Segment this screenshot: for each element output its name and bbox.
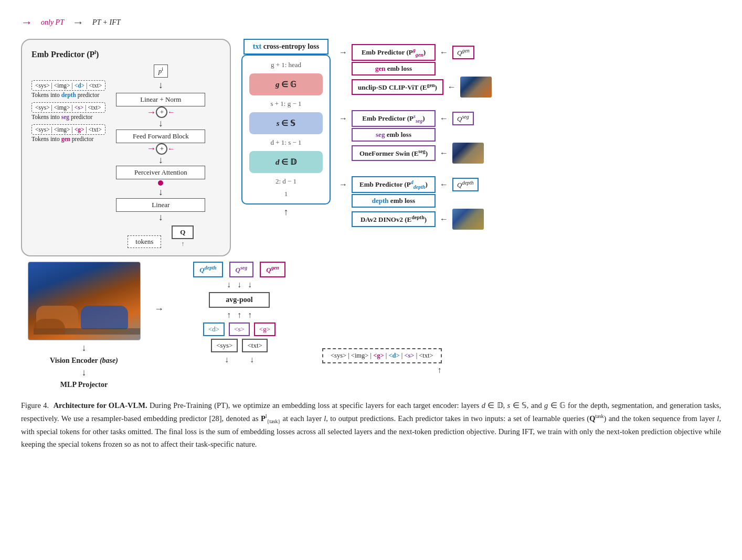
legend-arrow-dark: → [72,16,84,29]
figure-caption: Figure 4. Architecture for OLA-VLM. Duri… [21,400,721,451]
arrow-down-1: ↓ [158,80,163,91]
final-token-seq-section: <sys> | <img> | <g> | <d> | <s> | <txt> … [322,348,442,375]
arrow-left-seg-enc: ← [440,148,448,158]
depth-token-group: <sys> | <img> | <d> | <txt> [31,80,105,91]
seg-q-label: Qseg [452,112,474,125]
arrow-left-depth-enc: ← [440,214,448,224]
mlp-arrow-right: → [154,304,164,315]
seg-token-desc: Tokens into seg predictor [31,114,105,120]
cross-entropy-box: txt cross-entropy loss [243,39,328,55]
layer-outer-box: g + 1: head g ∈ 𝔾 s + 1: g − 1 s ∈ 𝕊 d +… [241,55,331,204]
perceiver-dot [158,180,163,186]
emb-predictor-inner: <sys> | <img> | <d> | <txt> Tokens into … [31,64,220,247]
qdsgt-section: Qdepth Qseg Qgen ↓ ↓ ↓ avg-pool ↑ ↑ ↑ [171,262,308,364]
avg-pool-arrows-up: ↑ ↑ ↑ [227,310,252,320]
final-token-seq-box: <sys> | <img> | <g> | <d> | <s> | <txt> [322,348,442,363]
depth-loss-row: depth emb loss [352,194,492,208]
dsg-token-row: <d> <s> <g> [203,322,275,336]
perceiver-block: Perceiver Attention [116,166,205,179]
d2-label: 2: d − 1 [275,175,296,188]
seg-loss-box: seg emb loss [352,128,436,142]
gen-encoder-box: unclip-SD CLIP-ViT (Egen) [352,79,443,95]
ds-range-label: d + 1: s − 1 [270,136,301,149]
arrow-left-seg-q: ← [440,114,448,123]
arrow-right-depth: → [339,180,347,189]
d-token: <d> [203,322,225,336]
gen-loss-row: gen emb loss [352,62,492,76]
vision-encoder-col: ↓ Vision Encoder (base) ↓ MLP Projector [21,262,147,389]
avg-pool-arrows-down: ↓ ↓ ↓ [227,280,252,289]
g-token: <g> [254,322,275,336]
legend-arrow-pink: → [21,16,33,29]
seg-group: → Emb Predictor (Psseg) ← Qseg seg emb l… [339,110,492,164]
depth-loss-box: depth emb loss [352,194,436,208]
arrow-left-gen-q: ← [440,48,448,57]
seg-encoder-box: OneFormer Swin (Eseg) [352,145,436,161]
car-image [28,262,141,340]
emb-preds-column: → Emb Predictor (Pggen) ← Qgen gen emb l… [339,44,492,235]
layer-and-preds-row: txt cross-entropy loss g + 1: head g ∈ 𝔾… [241,39,492,235]
emb-predictor-title: Emb Predictor (Pl) [31,49,220,59]
sys-txt-row: <sys> <txt> [211,339,268,352]
txt-token: <txt> [242,339,267,352]
arrow-left-depth-q: ← [440,180,448,189]
gen-encoder-row: unclip-SD CLIP-ViT (Egen) ← [352,77,492,98]
gen-group: → Emb Predictor (Pggen) ← Qgen gen emb l… [339,44,492,98]
tokens-input-box: tokens [128,235,161,248]
left-column: Emb Predictor (Pl) <sys> | <img> | <d> |… [21,39,231,256]
d-layer-block: d ∈ 𝔻 [249,151,323,173]
gen-q-label: Qgen [452,46,474,59]
arrow-right-seg: → [339,114,347,123]
add-circle-1: + [156,106,167,118]
network-column: pi ↓ Linear + Norm → + ← ↓ Feed Forward … [116,64,205,247]
fig-num: Figure 4. [21,401,49,410]
seg-emb-pred-row: → Emb Predictor (Psseg) ← Qseg [339,110,492,127]
depth-encoder-box: DAv2 DINOv2 (Edepth) [352,211,436,227]
one-label: 1 [284,188,288,200]
head-label: g + 1: head [271,59,301,71]
caption-title: Architecture for OLA-VLM. [54,401,147,410]
add-circle-2: + [156,143,167,155]
gen-emb-pred-row: → Emb Predictor (Pggen) ← Qgen [339,44,492,61]
gen-emb-pred-box: Emb Predictor (Pggen) [352,44,436,61]
depth-emb-pred-row: → Emb Predictor (Pddepth) ← Qdepth [339,176,492,193]
seg-loss-row: seg emb loss [352,128,492,142]
figure-container: → only PT → PT + IFT Emb Predictor (Pl) … [21,16,721,451]
s-token: <s> [229,322,250,336]
main-diagram: Emb Predictor (Pl) <sys> | <img> | <d> |… [21,39,721,256]
arrow-up-stack: ↑ [284,207,289,218]
sg-range-label: s + 1: g − 1 [270,98,301,110]
g-layer-block: g ∈ 𝔾 [249,73,323,95]
gen-token-desc: Tokens into gen predictor [31,136,105,142]
q-input-box: Q [172,225,194,239]
seg-encoder-row: OneFormer Swin (Eseg) ← [352,143,492,164]
depth-token-desc: Tokens into depth predictor [31,92,105,98]
legend-label-pt: only PT [41,18,64,27]
s-layer-block: s ∈ 𝕊 [249,112,323,134]
gen-thumbnail [460,77,492,98]
q-boxes-row: Qdepth Qseg Qgen [193,262,285,277]
linear-block: Linear [116,198,205,212]
final-arrows-down: ↓ ↓ [225,355,254,364]
feed-forward-block: Feed Forward Block [116,130,205,143]
linear-norm-block: Linear + Norm [116,93,205,106]
gen-loss-box: gen emb loss [352,62,436,76]
arrow-down-4: ↓ [158,187,163,198]
pi-box: pi [154,64,168,77]
q-depth-box: Qdepth [193,262,222,277]
depth-group: → Emb Predictor (Pddepth) ← Qdepth depth… [339,176,492,230]
depth-encoder-row: DAv2 DINOv2 (Edepth) ← [352,209,492,230]
avg-pool-box: avg-pool [209,292,269,308]
arrow-down-2: ↓ [158,118,163,130]
arrow-down-vision: ↓ [82,342,87,354]
sys-token: <sys> [211,339,238,352]
depth-q-label: Qdepth [452,178,479,191]
seg-thumbnail [452,143,484,164]
vision-encoder-label: Vision Encoder (base) [50,357,118,365]
gen-token-group: <sys> | <img> | <g> | <txt> [31,124,105,135]
seg-token-group: <sys> | <img> | <s> | <txt> [31,102,105,113]
depth-emb-pred-box: Emb Predictor (Pddepth) [352,176,436,193]
arrow-down-3: ↓ [158,155,163,166]
legend-row: → only PT → PT + IFT [21,16,721,29]
depth-thumbnail [452,209,484,230]
